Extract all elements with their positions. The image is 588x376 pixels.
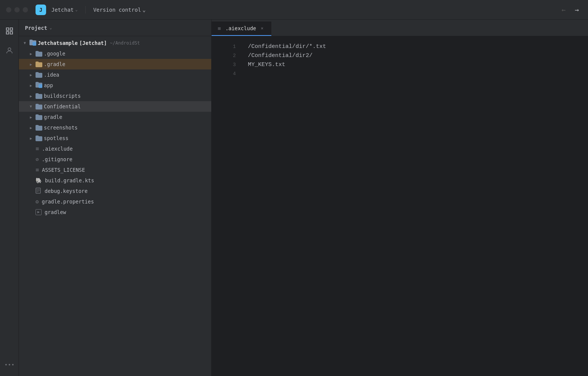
tree-item-label: gradlew — [45, 209, 66, 215]
tree-item-label: ASSETS_LICENSE — [42, 167, 85, 173]
line-number-4: 4 — [212, 69, 236, 79]
code-line-1: /Confidential/dir/*.txt — [248, 42, 588, 51]
activity-bar-account[interactable] — [3, 44, 16, 57]
svg-point-1 — [5, 364, 7, 365]
activity-bar — [0, 20, 19, 376]
forward-button[interactable]: → — [572, 4, 582, 15]
tree-item-gradle[interactable]: gradle — [19, 112, 211, 122]
tab-menu-icon: ≡ — [218, 25, 221, 31]
traffic-lights — [6, 7, 28, 12]
tree-item-label: .gitignore — [42, 156, 72, 162]
tree-item-label: buildscripts — [44, 93, 81, 99]
chevron-down-icon: ⌄ — [75, 7, 78, 12]
tree-item-label: debug.keystore — [45, 188, 88, 194]
root-path-suffix: ~/AndroidSt — [110, 40, 140, 46]
titlebar: J Jetchat ⌄ Version control ⌄ ← → — [0, 0, 588, 20]
line-number-1: 1 — [212, 42, 236, 51]
folder-icon — [36, 51, 42, 57]
sidebar-header: Project ⌄ — [19, 20, 211, 36]
code-line-4 — [248, 69, 588, 79]
expand-icon — [28, 93, 34, 99]
nav-arrows: ← → — [559, 4, 582, 15]
folder-icon — [36, 93, 42, 99]
editor-content[interactable]: 1 2 3 4 /Confidential/dir/*.txt /Confide… — [212, 36, 588, 376]
line-numbers: 1 2 3 4 — [212, 36, 242, 376]
maximize-button[interactable] — [23, 7, 28, 12]
line-number-3: 3 — [212, 60, 236, 69]
folder-badge — [39, 84, 42, 88]
project-switcher[interactable]: Jetchat ⌄ — [51, 7, 78, 13]
tree-item-idea[interactable]: .idea — [19, 69, 211, 80]
tree-item-gitignore[interactable]: .gitignore — [19, 154, 211, 165]
file-lines-icon — [36, 166, 39, 173]
editor-area: ≡ .aiexclude × 1 2 3 4 /Confidential/dir… — [212, 20, 588, 376]
tree-item-app[interactable]: app — [19, 80, 211, 91]
svg-point-0 — [8, 48, 11, 51]
expand-icon — [28, 82, 34, 88]
activity-bar-more[interactable] — [3, 358, 16, 371]
project-sidebar: Project ⌄ Jetchatsample [Jetchat] ~/Andr… — [19, 20, 212, 376]
root-project-tag: [Jetchat] — [79, 40, 107, 46]
folder-icon — [36, 104, 42, 109]
file-lines-icon — [36, 145, 39, 152]
close-button[interactable] — [6, 7, 11, 12]
tree-item-root[interactable]: Jetchatsample [Jetchat] ~/AndroidSt — [19, 38, 211, 48]
version-control-switcher[interactable]: Version control ⌄ — [93, 7, 146, 13]
minimize-button[interactable] — [14, 7, 20, 12]
expand-icon — [28, 114, 34, 120]
tree-item-screenshots[interactable]: screenshots — [19, 122, 211, 133]
expand-icon — [28, 72, 34, 78]
expand-icon — [28, 125, 34, 131]
line-number-2: 2 — [212, 51, 236, 60]
tree-item-aiexclude[interactable]: .aiexclude — [19, 143, 211, 154]
tree-item-build-gradle[interactable]: 🐘 build.gradle.kts — [19, 175, 211, 186]
folder-icon — [36, 72, 42, 78]
tab-close-button[interactable]: × — [259, 25, 265, 31]
file-gear-icon — [36, 199, 39, 205]
titlebar-separator — [85, 6, 86, 14]
tree-item-confidential[interactable]: Confidential — [19, 101, 211, 112]
editor-tab-aiexclude[interactable]: ≡ .aiexclude × — [212, 22, 271, 36]
expand-icon — [28, 61, 34, 67]
tree-item-label: gradle.properties — [42, 199, 94, 205]
expand-icon — [28, 103, 34, 109]
chevron-down-icon: ⌄ — [50, 25, 52, 30]
tree-item-spotless[interactable]: spotless — [19, 133, 211, 143]
activity-bar-files[interactable] — [3, 24, 16, 38]
back-button[interactable]: ← — [559, 4, 569, 15]
file-gradle-icon: 🐘 — [36, 177, 42, 183]
editor-code-body[interactable]: /Confidential/dir/*.txt /Confidential/di… — [242, 36, 588, 376]
chevron-down-icon: ⌄ — [142, 7, 145, 13]
tree-item-label: .aiexclude — [42, 146, 73, 152]
tree-item-gradlew[interactable]: gradlew — [19, 207, 211, 217]
tree-item-google[interactable]: .google — [19, 48, 211, 59]
folder-icon — [36, 62, 42, 67]
tree-item-buildscripts[interactable]: buildscripts — [19, 91, 211, 101]
file-tree: Jetchatsample [Jetchat] ~/AndroidSt .goo… — [19, 36, 211, 376]
app-folder-icon — [36, 82, 42, 89]
expand-icon — [28, 51, 34, 57]
folder-badge — [32, 42, 36, 46]
svg-point-2 — [9, 364, 10, 365]
tree-item-label: screenshots — [44, 125, 77, 131]
code-line-3: MY_KEYS.txt — [248, 60, 588, 69]
root-folder-name: Jetchatsample — [38, 40, 78, 46]
tree-item-assets-license[interactable]: ASSETS_LICENSE — [19, 165, 211, 175]
file-circle-icon — [36, 156, 39, 162]
tree-item-gradle-properties[interactable]: gradle.properties — [19, 196, 211, 207]
tab-filename: .aiexclude — [225, 25, 256, 31]
folder-icon — [36, 136, 42, 141]
expand-icon — [22, 40, 28, 46]
tree-item-debug-keystore[interactable]: debug.keystore — [19, 186, 211, 196]
tree-item-label: .idea — [44, 72, 59, 78]
version-control-label: Version control — [93, 7, 141, 13]
expand-icon — [28, 135, 34, 141]
tree-item-gradle-dot[interactable]: .gradle — [19, 59, 211, 69]
tree-item-label: Confidential — [44, 103, 81, 109]
main-layout: Project ⌄ Jetchatsample [Jetchat] ~/Andr… — [0, 20, 588, 376]
app-icon: J — [36, 5, 46, 15]
file-terminal-icon — [36, 209, 42, 215]
root-folder-icon — [29, 40, 36, 46]
folder-icon — [36, 114, 42, 120]
svg-marker-8 — [37, 211, 40, 213]
